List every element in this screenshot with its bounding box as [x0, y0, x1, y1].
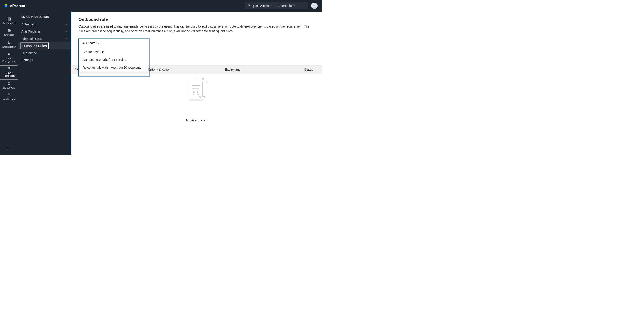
chevron-down-icon: [98, 42, 100, 45]
create-dropdown-wrap: ＋ Create Create new rule Quarantine emai…: [78, 39, 150, 46]
quick-access-button[interactable]: Quick Access: [247, 4, 273, 8]
empty-illustration-icon: + +: [182, 76, 211, 101]
nav2-label: Inbound Rules: [22, 37, 42, 40]
empty-text: No rules found: [186, 118, 206, 122]
create-button[interactable]: ＋ Create: [80, 40, 102, 47]
nav-label: Domains: [4, 34, 14, 36]
nav-label: Organization: [1, 45, 16, 48]
svg-point-16: [8, 82, 10, 83]
chevron-right-icon: [65, 30, 67, 33]
dashboard-icon: [7, 17, 11, 21]
nav2-label: Anti-Phishing: [22, 30, 40, 33]
nav-label: User Management: [0, 57, 18, 63]
nav-audit-logs[interactable]: Audit Logs: [0, 92, 18, 103]
app-header: eProtect Quick Access: [0, 0, 322, 12]
quick-access-label: Quick Access: [251, 4, 270, 8]
secondary-nav: EMAIL PROTECTION Anti-spam Anti-Phishing…: [18, 12, 71, 154]
svg-line-2: [249, 6, 250, 6]
svg-point-27: [202, 78, 204, 80]
chevron-right-icon: [65, 37, 67, 40]
shield-icon: [7, 67, 11, 71]
nav2-label: Quarantine: [22, 51, 37, 55]
nav-organization[interactable]: Organization: [0, 39, 18, 50]
svg-rect-7: [10, 19, 10, 20]
svg-point-30: [193, 92, 194, 93]
chevron-down-icon: [272, 4, 274, 8]
globe-icon: [7, 28, 11, 33]
nav2-label: Anti-spam: [22, 22, 36, 26]
dropdown-reject-many-recipients[interactable]: Reject emails with more than 50 recipien…: [80, 64, 148, 72]
svg-point-15: [8, 53, 10, 54]
search-input[interactable]: [278, 4, 305, 8]
nav2-settings[interactable]: Settings: [18, 56, 71, 64]
col-sequence-partial: Se: [75, 67, 79, 71]
svg-text:+: +: [186, 86, 188, 90]
svg-rect-5: [10, 18, 10, 19]
ediscovery-icon: [7, 81, 11, 85]
nav2-quarantine[interactable]: Quarantine: [18, 50, 71, 56]
log-icon: [7, 93, 11, 97]
dropdown-create-new-rule[interactable]: Create new rule: [80, 48, 148, 56]
divider: [276, 4, 276, 8]
empty-state: + + No: [71, 75, 322, 122]
svg-rect-0: [5, 6, 7, 6]
nav-label: eDiscovery: [2, 86, 16, 89]
create-dropdown: Create new rule Quarantine emails from s…: [80, 48, 148, 72]
nav2-inbound-rules[interactable]: Inbound Rules: [18, 35, 71, 42]
svg-point-32: [188, 99, 204, 101]
building-icon: [7, 40, 11, 44]
nav2-label: Settings: [22, 58, 33, 62]
brand-name: eProtect: [10, 4, 25, 8]
svg-rect-6: [8, 19, 9, 20]
chevron-right-icon: [65, 51, 67, 55]
nav-label: Email Protection: [0, 72, 18, 77]
search-icon: [247, 4, 250, 8]
page-title: Outbound rule: [78, 17, 315, 22]
col-status: Status: [304, 68, 322, 71]
col-expiry: Expiry time: [225, 68, 304, 71]
svg-point-31: [197, 92, 198, 93]
svg-point-3: [313, 4, 316, 7]
brand-logo-icon: [4, 4, 8, 8]
dropdown-quarantine-senders[interactable]: Quarantine emails from senders: [80, 56, 148, 64]
primary-nav: Dashboard Domains Organization User Mana…: [0, 12, 18, 154]
plus-icon: ＋: [82, 42, 85, 45]
nav-dashboard[interactable]: Dashboard: [0, 16, 18, 27]
create-label: Create: [86, 42, 96, 45]
svg-point-26: [196, 78, 197, 79]
header-search-wrap: Quick Access: [245, 2, 308, 9]
nav2-anti-phishing[interactable]: Anti-Phishing: [18, 28, 71, 35]
secondary-nav-title: EMAIL PROTECTION: [18, 14, 71, 21]
nav-user-management[interactable]: User Management: [0, 51, 18, 65]
page-description: Outbound rules are used to manage emails…: [78, 24, 315, 34]
svg-text:+: +: [206, 80, 207, 84]
svg-rect-4: [8, 18, 9, 19]
nav-label: Dashboard: [2, 22, 16, 25]
avatar[interactable]: [311, 3, 318, 9]
col-criteria-action: Criteria & Action: [148, 68, 225, 71]
svg-point-1: [248, 4, 250, 6]
svg-rect-12: [9, 42, 10, 44]
nav-domains[interactable]: Domains: [0, 27, 18, 39]
nav2-label: Outbound Rules: [22, 44, 48, 48]
brand: eProtect: [4, 4, 25, 8]
collapse-sidebar-button[interactable]: [7, 148, 11, 151]
nav-label: Audit Logs: [3, 98, 16, 101]
nav2-outbound-rules[interactable]: Outbound Rules: [18, 42, 71, 50]
nav2-anti-spam[interactable]: Anti-spam: [18, 21, 71, 28]
nav-email-protection[interactable]: Email Protection: [0, 65, 18, 80]
chevron-right-icon: [65, 22, 67, 26]
main-content: Outbound rule Outbound rules are used to…: [71, 12, 322, 154]
user-icon: [7, 52, 11, 56]
nav-ediscovery[interactable]: eDiscovery: [0, 80, 18, 92]
